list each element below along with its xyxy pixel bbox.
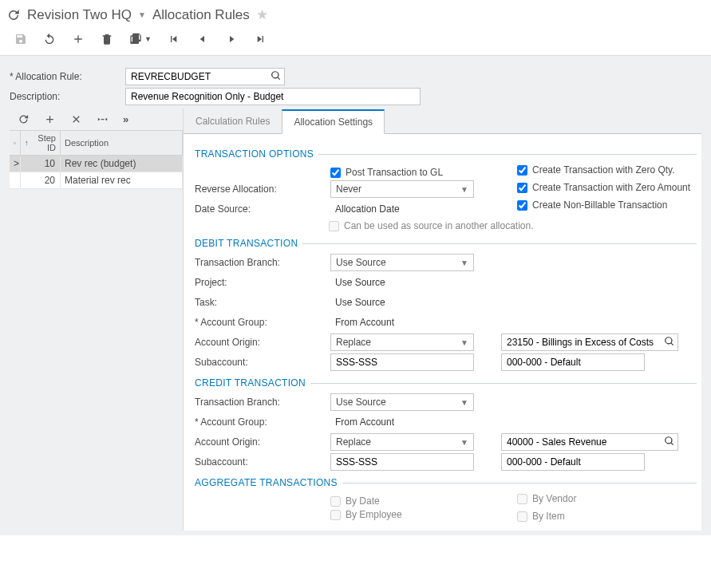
save-button[interactable] [14, 33, 27, 45]
section-aggregate: AGGREGATE TRANSACTIONS [195, 477, 697, 488]
by-employee-checkbox[interactable]: By Employee [330, 509, 402, 520]
col-description[interactable]: Description [61, 131, 183, 155]
clipboard-button[interactable]: ▼ [129, 33, 152, 45]
debit-project-value: Use Source [330, 274, 385, 291]
by-date-checkbox[interactable]: By Date [330, 495, 380, 507]
section-transaction-options: TRANSACTION OPTIONS [195, 148, 697, 160]
debit-acct-group-label: Account Group: [195, 317, 330, 328]
tabs: Calculation Rules Allocation Settings [184, 109, 701, 134]
zero-amt-checkbox[interactable]: Create Transaction with Zero Amount [517, 182, 690, 193]
next-button[interactable] [225, 33, 238, 45]
steps-grid-header: ↑Step ID Description [10, 130, 183, 156]
credit-subacct-lookup[interactable] [501, 453, 645, 471]
by-vendor-checkbox[interactable]: By Vendor [517, 493, 576, 504]
description-input[interactable] [125, 88, 421, 105]
credit-branch-select[interactable]: Use Source▼ [330, 393, 474, 411]
screen-title: Allocation Rules [152, 7, 250, 23]
reverse-allocation-select[interactable]: Never▼ [330, 180, 474, 198]
credit-subacct-input[interactable] [330, 453, 474, 471]
search-icon[interactable] [664, 336, 675, 347]
section-debit: DEBIT TRANSACTION [195, 238, 697, 249]
tab-allocation-settings[interactable]: Allocation Settings [282, 109, 385, 134]
debit-subacct-lookup[interactable] [501, 353, 645, 371]
grid-settings-icon[interactable] [10, 131, 21, 155]
prev-button[interactable] [196, 33, 209, 45]
credit-acct-origin-select[interactable]: Replace▼ [330, 433, 474, 451]
debit-acct-group-value: From Account [330, 314, 394, 331]
steps-toolbar: » [10, 109, 183, 130]
credit-branch-label: Transaction Branch: [195, 397, 330, 408]
zero-qty-checkbox[interactable]: Create Transaction with Zero Qty. [517, 164, 690, 176]
tab-calculation-rules[interactable]: Calculation Rules [184, 109, 282, 134]
post-gl-checkbox[interactable]: Post Transaction to GL [330, 167, 443, 178]
src-another-checkbox[interactable]: Can be used as source in another allocat… [329, 220, 697, 231]
date-source-label: Date Source: [195, 203, 330, 215]
search-icon[interactable] [271, 70, 282, 81]
reverse-allocation-label: Reverse Allocation: [195, 184, 330, 195]
by-item-checkbox[interactable]: By Item [517, 511, 576, 522]
chevron-down-icon[interactable]: ▼ [138, 10, 146, 19]
form-header: Allocation Rule: Description: » [0, 55, 711, 535]
debit-acct-origin-select[interactable]: Replace▼ [330, 333, 474, 351]
main-toolbar: ▼ [0, 26, 711, 55]
credit-acct-group-value: From Account [330, 413, 394, 431]
table-row[interactable]: >10Rev rec (budget) [10, 156, 183, 172]
grid-add-icon[interactable] [44, 113, 56, 125]
grid-delete-icon[interactable] [70, 113, 82, 125]
row-description: Material rev rec [61, 172, 183, 188]
grid-refresh-icon[interactable] [18, 113, 30, 125]
grid-fit-icon[interactable] [97, 113, 109, 125]
non-billable-checkbox[interactable]: Create Non-Billable Transaction [517, 199, 690, 211]
credit-acct-group-label: Account Group: [195, 416, 330, 428]
credit-subacct-label: Subaccount: [195, 456, 330, 468]
debit-branch-select[interactable]: Use Source▼ [330, 254, 474, 271]
debit-account-lookup[interactable] [501, 333, 678, 351]
steps-panel: » ↑Step ID Description >10Rev rec (budge… [10, 109, 184, 531]
refresh-icon[interactable] [6, 8, 21, 22]
allocation-rule-label: Allocation Rule: [10, 71, 125, 82]
delete-button[interactable] [101, 33, 113, 45]
table-row[interactable]: 20Material rev rec [10, 172, 183, 189]
debit-subacct-label: Subaccount: [195, 357, 330, 368]
last-button[interactable] [254, 33, 267, 45]
row-marker: > [10, 156, 21, 172]
debit-task-value: Use Source [330, 294, 385, 311]
first-button[interactable] [168, 33, 180, 45]
star-icon[interactable]: ★ [256, 6, 268, 23]
debit-task-label: Task: [195, 297, 330, 308]
date-source-value: Allocation Date [330, 200, 400, 218]
page-header: Revision Two HQ ▼ Allocation Rules ★ [0, 0, 711, 26]
allocation-rule-input[interactable] [125, 68, 285, 85]
chevron-down-icon: ▼ [460, 185, 468, 194]
search-icon[interactable] [664, 436, 675, 447]
section-credit: CREDIT TRANSACTION [195, 377, 697, 389]
row-marker [10, 172, 21, 188]
row-step-id: 10 [21, 156, 61, 172]
description-label: Description: [10, 91, 125, 102]
undo-button[interactable] [43, 33, 56, 45]
credit-account-lookup[interactable] [501, 433, 678, 451]
col-step-id[interactable]: ↑Step ID [21, 131, 61, 155]
debit-subacct-input[interactable] [330, 353, 474, 371]
company-title[interactable]: Revision Two HQ [27, 7, 132, 23]
details-panel: Calculation Rules Allocation Settings TR… [184, 109, 701, 531]
row-step-id: 20 [21, 172, 61, 188]
debit-project-label: Project: [195, 277, 330, 288]
debit-acct-origin-label: Account Origin: [195, 337, 330, 348]
grid-more-icon[interactable]: » [123, 113, 128, 125]
row-description: Rev rec (budget) [61, 156, 183, 172]
debit-branch-label: Transaction Branch: [195, 257, 330, 268]
credit-acct-origin-label: Account Origin: [195, 436, 330, 448]
add-button[interactable] [72, 33, 85, 45]
steps-grid: ↑Step ID Description >10Rev rec (budget)… [10, 130, 183, 189]
